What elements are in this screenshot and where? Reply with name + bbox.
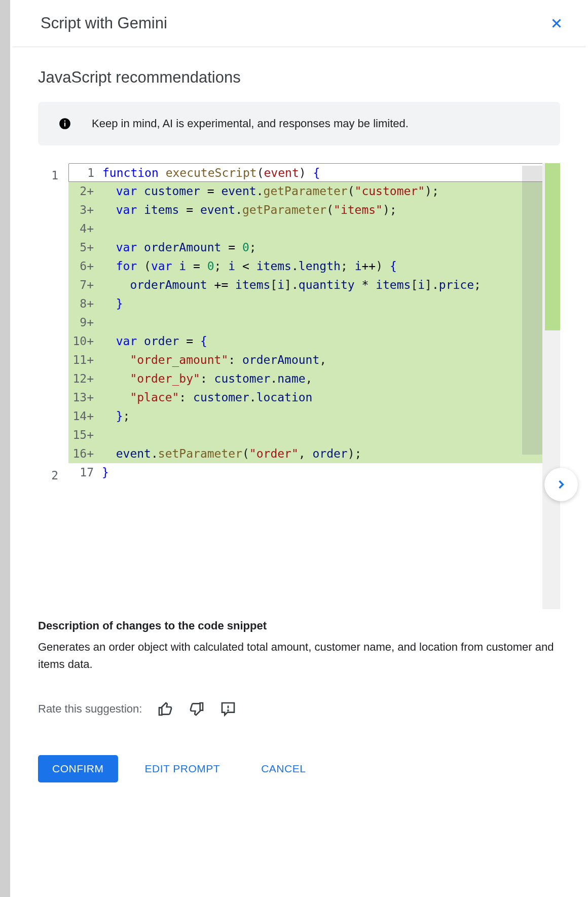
- close-button[interactable]: [548, 15, 565, 32]
- code-editor[interactable]: 1function executeScript(event) {2+ var c…: [68, 163, 560, 609]
- info-icon: [58, 117, 71, 130]
- code-line: 2+ var customer = event.getParameter("cu…: [68, 182, 560, 201]
- code-line: 1function executeScript(event) {: [68, 163, 560, 182]
- code-line-text: orderAmount += items[i].quantity * items…: [97, 276, 560, 294]
- svg-point-4: [228, 710, 229, 711]
- outer-line-gutter: 1 2: [38, 163, 68, 609]
- next-suggestion-button[interactable]: [544, 468, 578, 501]
- close-icon: [549, 16, 564, 31]
- info-banner: Keep in mind, AI is experimental, and re…: [38, 102, 560, 145]
- code-line: 7+ orderAmount += items[i].quantity * it…: [68, 276, 560, 294]
- diff-line-number: 13+: [68, 388, 97, 407]
- code-line: 9+: [68, 313, 560, 332]
- code-line: 11+ "order_amount": orderAmount,: [68, 351, 560, 369]
- diff-line-number: 7+: [68, 276, 97, 294]
- code-line-text: var order = {: [97, 332, 560, 351]
- code-line-text: for (var i = 0; i < items.length; i++) {: [97, 257, 560, 276]
- code-line: 12+ "order_by": customer.name,: [68, 369, 560, 388]
- diff-line-number: 15+: [68, 426, 97, 444]
- diff-line-number: 12+: [68, 369, 97, 388]
- action-button-row: CONFIRM EDIT PROMPT CANCEL: [38, 755, 560, 782]
- svg-rect-2: [64, 121, 65, 122]
- confirm-button[interactable]: CONFIRM: [38, 755, 118, 782]
- svg-rect-1: [64, 123, 65, 127]
- code-line-text: var items = event.getParameter("items");: [97, 201, 560, 219]
- code-line: 13+ "place": customer.location: [68, 388, 560, 407]
- code-line-text: };: [97, 407, 560, 426]
- code-line-text: function executeScript(event) {: [97, 164, 560, 181]
- code-line-text: "place": customer.location: [97, 388, 560, 407]
- code-line: 5+ var orderAmount = 0;: [68, 238, 560, 257]
- selection-overlay: [522, 166, 542, 455]
- rating-row: Rate this suggestion:: [38, 701, 560, 717]
- outer-line-number: 2: [38, 466, 58, 485]
- diff-line-number: 1: [69, 164, 97, 181]
- backdrop: [0, 0, 10, 897]
- info-banner-text: Keep in mind, AI is experimental, and re…: [92, 117, 409, 130]
- diff-line-number: 14+: [68, 407, 97, 426]
- code-line-text: event.setParameter("order", order);: [97, 444, 560, 463]
- code-line-text: "order_amount": orderAmount,: [97, 351, 560, 369]
- scrollbar-vertical[interactable]: [542, 163, 560, 609]
- diff-line-number: 8+: [68, 294, 97, 313]
- modal-content: JavaScript recommendations Keep in mind,…: [10, 47, 588, 897]
- code-line: 10+ var order = {: [68, 332, 560, 351]
- code-line: 8+ }: [68, 294, 560, 313]
- code-line-text: var orderAmount = 0;: [97, 238, 560, 257]
- diff-line-number: 17: [68, 463, 97, 482]
- modal-title: Script with Gemini: [41, 14, 167, 32]
- code-line-text: [97, 313, 560, 332]
- scrollbar-overview-added: [545, 163, 560, 330]
- diff-line-number: 10+: [68, 332, 97, 351]
- rating-label: Rate this suggestion:: [38, 702, 142, 716]
- feedback-icon[interactable]: [220, 701, 236, 717]
- code-line: 17}: [68, 463, 560, 482]
- edit-prompt-button[interactable]: EDIT PROMPT: [131, 755, 235, 782]
- cancel-button[interactable]: CANCEL: [247, 755, 320, 782]
- code-line: 14+ };: [68, 407, 560, 426]
- code-line: 15+: [68, 426, 560, 444]
- diff-line-number: 11+: [68, 351, 97, 369]
- chevron-right-icon: [554, 477, 568, 492]
- diff-line-number: 9+: [68, 313, 97, 332]
- thumbs-down-icon[interactable]: [189, 701, 205, 717]
- code-line-text: }: [97, 294, 560, 313]
- outer-line-number: 1: [38, 166, 58, 185]
- modal-header: Script with Gemini: [13, 0, 585, 47]
- code-line-text: "order_by": customer.name,: [97, 369, 560, 388]
- code-line-text: [97, 219, 560, 238]
- code-line-text: [97, 426, 560, 444]
- thumbs-up-icon[interactable]: [157, 701, 173, 717]
- diff-line-number: 5+: [68, 238, 97, 257]
- modal: Script with Gemini JavaScript recommenda…: [10, 0, 588, 897]
- code-line-text: }: [97, 463, 560, 482]
- code-diff-area: 1 2 1function executeScript(event) {2+ v…: [38, 163, 560, 609]
- description-label: Description of changes to the code snipp…: [38, 619, 560, 632]
- diff-line-number: 4+: [68, 219, 97, 238]
- code-line: 4+: [68, 219, 560, 238]
- diff-line-number: 6+: [68, 257, 97, 276]
- code-line: 3+ var items = event.getParameter("items…: [68, 201, 560, 219]
- code-line: 16+ event.setParameter("order", order);: [68, 444, 560, 463]
- description-text: Generates an order object with calculate…: [38, 639, 560, 673]
- diff-line-number: 2+: [68, 182, 97, 201]
- code-line: 6+ for (var i = 0; i < items.length; i++…: [68, 257, 560, 276]
- code-line-text: var customer = event.getParameter("custo…: [97, 182, 560, 201]
- diff-line-number: 16+: [68, 444, 97, 463]
- section-title: JavaScript recommendations: [38, 68, 560, 87]
- diff-line-number: 3+: [68, 201, 97, 219]
